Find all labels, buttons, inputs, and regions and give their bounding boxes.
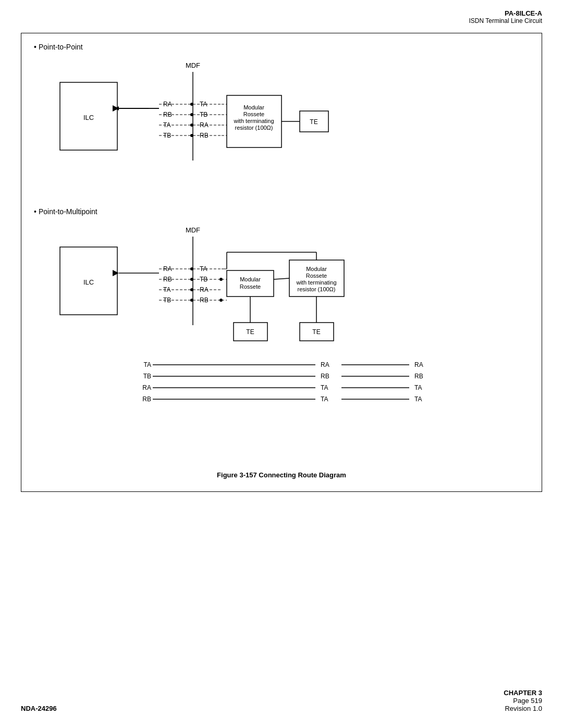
svg-text:Rossete: Rossete	[240, 283, 261, 290]
svg-text:Modular: Modular	[240, 276, 261, 282]
header-title: PA-8ILCE-A	[21, 9, 542, 17]
footer-doc-number: NDA-24296	[21, 705, 57, 712]
page-header: PA-8ILCE-A ISDN Terminal Line Circuit	[0, 0, 563, 28]
svg-text:MDF: MDF	[186, 226, 200, 234]
svg-text:TE: TE	[310, 118, 317, 126]
svg-text:Modular: Modular	[243, 104, 264, 110]
svg-text:resistor (100Ω): resistor (100Ω)	[235, 125, 273, 131]
svg-text:Modular: Modular	[306, 266, 327, 272]
svg-text:MDF: MDF	[186, 61, 200, 69]
svg-text:TA: TA	[414, 384, 422, 391]
bullet-p2p: •	[34, 43, 36, 51]
svg-text:TA: TA	[321, 396, 328, 403]
p2mp-label: •Point-to-Multipoint	[34, 207, 529, 216]
svg-text:with terminating: with terminating	[296, 279, 336, 286]
p2mp-diagram: MDF ILC RA RB TA TB TA TB RA RB	[34, 221, 529, 461]
svg-text:TA: TA	[144, 361, 151, 368]
svg-text:TA: TA	[321, 384, 328, 391]
svg-text:RA: RA	[321, 361, 329, 368]
header-subtitle: ISDN Terminal Line Circuit	[21, 17, 542, 24]
svg-text:ILC: ILC	[83, 278, 94, 286]
svg-text:TE: TE	[246, 328, 254, 336]
svg-text:TE: TE	[312, 328, 320, 336]
bullet-p2mp: •	[34, 207, 36, 216]
page-footer: NDA-24296 CHAPTER 3 Page 519 Revision 1.…	[21, 689, 542, 712]
svg-text:resistor (100Ω): resistor (100Ω)	[297, 286, 335, 292]
footer-chapter: CHAPTER 3	[504, 689, 542, 697]
svg-line-91	[274, 278, 289, 279]
footer-page: Page 519	[504, 697, 542, 705]
svg-text:Rossete: Rossete	[306, 273, 327, 279]
svg-text:TA: TA	[414, 396, 422, 403]
svg-text:TB: TB	[143, 373, 151, 380]
figure-caption: Figure 3-157 Connecting Route Diagram	[34, 471, 529, 479]
svg-text:RA: RA	[414, 361, 423, 368]
p2p-svg: MDF ILC RA TA RB TB TA RA TB RB	[34, 56, 534, 197]
svg-text:ILC: ILC	[83, 114, 94, 121]
p2p-label: •Point-to-Point	[34, 43, 529, 51]
footer-revision: Revision 1.0	[504, 705, 542, 712]
footer-chapter-info: CHAPTER 3 Page 519 Revision 1.0	[504, 689, 542, 712]
svg-text:RB: RB	[142, 396, 151, 403]
p2p-diagram: MDF ILC RA TA RB TB TA RA TB RB	[34, 56, 529, 197]
svg-text:Rossete: Rossete	[243, 111, 264, 117]
p2mp-svg: MDF ILC RA RB TA TB TA TB RA RB	[34, 221, 534, 461]
svg-text:RB: RB	[321, 373, 329, 380]
svg-text:with terminating: with terminating	[233, 118, 274, 124]
svg-text:RB: RB	[414, 373, 423, 380]
main-diagram-box: •Point-to-Point MDF ILC RA TA RB TB TA	[21, 33, 542, 492]
svg-text:RA: RA	[142, 384, 151, 391]
